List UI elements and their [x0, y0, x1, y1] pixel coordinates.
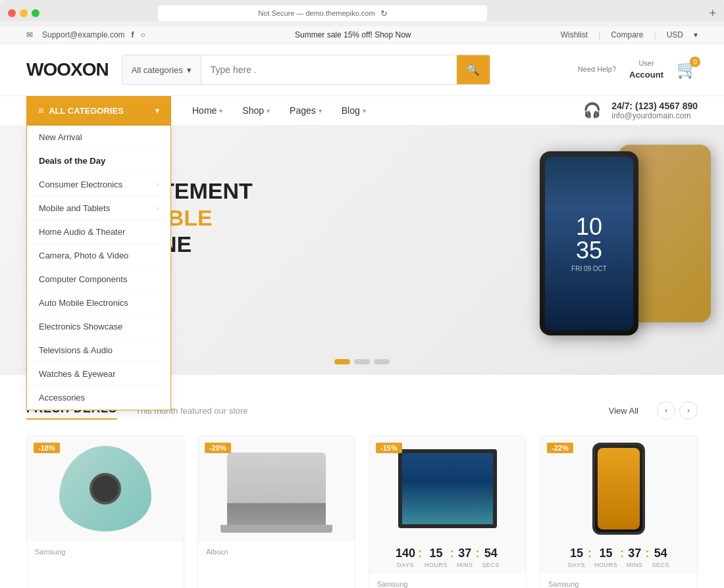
secs-block: 54 SECS	[652, 547, 669, 568]
nav-blog[interactable]: Blog ▾	[334, 96, 374, 125]
separator: :	[418, 547, 422, 568]
category-chevron-icon: ▾	[187, 65, 192, 75]
next-arrow[interactable]: ›	[679, 401, 698, 420]
product-info: Samsung	[540, 574, 697, 588]
close-button[interactable]	[8, 9, 16, 17]
mins-block: 37 MINS	[457, 547, 473, 568]
search-input[interactable]	[201, 55, 457, 84]
cat-chevron-icon: ›	[157, 181, 159, 188]
hero-phones: 10 35 FRI 09 OCT	[362, 125, 724, 375]
category-item-deals[interactable]: Deals of the Day	[27, 149, 170, 173]
nav-links: Home ▾ Shop ▾ Pages ▾ Blog ▾	[171, 96, 374, 125]
facebook-icon[interactable]	[132, 30, 134, 39]
hours-label: HOURS	[425, 562, 448, 568]
tv-image	[398, 449, 497, 528]
search-button[interactable]: 🔍	[457, 55, 490, 84]
all-categories-label: ALL CATEGORIES	[49, 106, 124, 116]
mins-label: MINS	[627, 562, 643, 568]
mins-label: MINS	[457, 562, 473, 568]
need-help-label: Need Help?	[578, 65, 616, 73]
category-item-new-arrival[interactable]: New Arrival	[27, 126, 170, 149]
product-brand: Samsung	[35, 548, 176, 556]
cart-block[interactable]: 🛒 0	[677, 59, 698, 80]
hours-value: 15	[425, 547, 448, 560]
days-label: DAYS	[397, 562, 414, 568]
phone2-image	[592, 443, 645, 535]
category-label: All categories	[132, 65, 183, 75]
nav-arrows: ‹ ›	[657, 401, 698, 420]
product-card[interactable]: -15% 140 DAYS : 15 HOURS :	[369, 435, 527, 588]
category-item-camera[interactable]: Camera, Photo & Video	[27, 244, 170, 268]
countdown-timer: 140 DAYS : 15 HOURS : 37 MINS :	[369, 541, 526, 574]
mins-value: 37	[627, 547, 643, 560]
mins-block: 37 MINS	[627, 547, 643, 568]
promo-banner: Summer sale 15% off! Shop Now	[145, 30, 561, 39]
category-item-auto[interactable]: Auto Mobile Electronics	[27, 291, 170, 315]
category-item-watches[interactable]: Watches & Eyewear	[27, 362, 170, 386]
top-bar: Support@example.com Summer sale 15% off!…	[0, 26, 724, 44]
days-label: DAYS	[568, 562, 585, 568]
minimize-button[interactable]	[20, 9, 28, 17]
phone-email: info@yourdomain.com	[611, 111, 698, 120]
hours-block: 15 HOURS	[594, 547, 617, 568]
instagram-icon[interactable]	[141, 30, 145, 39]
secs-block: 54 SECS	[482, 547, 500, 568]
account-block[interactable]: User Account	[629, 59, 663, 81]
prev-arrow[interactable]: ‹	[657, 401, 675, 420]
browser-traffic-lights[interactable]	[8, 9, 39, 17]
secs-value: 54	[652, 547, 669, 560]
nav-home[interactable]: Home ▾	[184, 96, 230, 125]
support-email[interactable]: Support@example.com	[42, 30, 125, 39]
product-card[interactable]: -22% 15 DAYS : 15 HOURS : 3	[540, 435, 698, 588]
phone-block: 24/7: (123) 4567 890 info@yourdomain.com	[611, 101, 698, 120]
product-card[interactable]: -20% Aibocn	[197, 435, 355, 588]
separator: :	[645, 547, 649, 568]
category-item-consumer[interactable]: Consumer Electronics ›	[27, 173, 170, 197]
product-card[interactable]: -18% Samsung	[26, 435, 184, 588]
maximize-button[interactable]	[32, 9, 39, 17]
product-info: Aibocn	[198, 541, 355, 568]
hours-label: HOURS	[594, 562, 617, 568]
category-item-mobile[interactable]: Mobile and Tablets ›	[27, 197, 170, 220]
wishlist-link[interactable]: Wishlist	[561, 30, 588, 39]
products-grid: -18% Samsung -20% Aibocn -	[26, 435, 698, 588]
all-categories-button[interactable]: ≡ ALL CATEGORIES ▾	[26, 96, 171, 125]
address-bar[interactable]: Not Secure — demo.themepiko.com ↻	[158, 5, 487, 21]
header-right: Need Help? User Account 🛒 0	[578, 59, 698, 81]
email-icon	[26, 30, 36, 39]
mins-value: 37	[457, 547, 473, 560]
slider-dot-2[interactable]	[354, 359, 370, 364]
all-categories-chevron-icon: ▾	[155, 107, 159, 115]
view-all-link[interactable]: View All	[609, 406, 638, 416]
category-item-accessories[interactable]: Accessories	[27, 386, 170, 410]
pages-chevron-icon: ▾	[319, 107, 322, 114]
product-brand: Aibocn	[206, 548, 347, 556]
cat-chevron-icon: ›	[157, 205, 159, 212]
top-bar-left: Support@example.com	[26, 30, 145, 39]
blog-chevron-icon: ▾	[363, 107, 366, 114]
cart-badge: 0	[690, 57, 700, 67]
slider-dot-1[interactable]	[334, 359, 350, 364]
reload-icon[interactable]: ↻	[380, 9, 388, 18]
logo[interactable]: WOOXON	[26, 59, 109, 80]
category-item-showcase[interactable]: Electronics Showcase	[27, 315, 170, 339]
days-block: 140 DAYS	[396, 547, 415, 568]
category-item-computer[interactable]: Computer Components	[27, 268, 170, 291]
slider-dot-3[interactable]	[374, 359, 390, 364]
category-item-homeaudio[interactable]: Home Audio & Theater	[27, 220, 170, 244]
compare-link[interactable]: Compare	[611, 30, 643, 39]
category-item-televisions[interactable]: Televisions & Audio	[27, 339, 170, 362]
separator: :	[620, 547, 624, 568]
product-brand: Samsung	[548, 580, 689, 588]
nav-right: 🎧 24/7: (123) 4567 890 info@yourdomain.c…	[583, 101, 698, 120]
top-bar-right: Wishlist | Compare | USD ▾	[561, 30, 698, 39]
currency-selector[interactable]: USD	[667, 30, 683, 39]
separator: :	[476, 547, 480, 568]
new-tab-button[interactable]: +	[709, 7, 716, 19]
nav-shop[interactable]: Shop ▾	[234, 96, 278, 125]
laptop-image	[227, 453, 326, 525]
separator: :	[450, 547, 454, 568]
nav-pages[interactable]: Pages ▾	[282, 96, 330, 125]
days-value: 15	[568, 547, 585, 560]
category-dropdown-trigger[interactable]: All categories ▾	[122, 55, 201, 84]
